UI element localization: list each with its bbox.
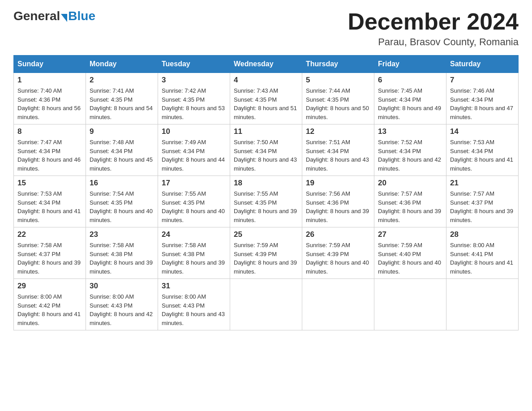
weekday-header-friday: Friday	[374, 56, 446, 73]
day-info: Sunrise: 7:48 AMSunset: 4:34 PMDaylight:…	[90, 139, 153, 172]
calendar-cell: 27Sunrise: 7:59 AMSunset: 4:40 PMDayligh…	[374, 227, 446, 279]
calendar-cell: 13Sunrise: 7:52 AMSunset: 4:34 PMDayligh…	[374, 124, 446, 176]
calendar-cell: 22Sunrise: 7:58 AMSunset: 4:37 PMDayligh…	[14, 227, 86, 279]
logo-blue-text: Blue	[68, 9, 95, 23]
calendar-cell: 19Sunrise: 7:56 AMSunset: 4:36 PMDayligh…	[302, 176, 374, 227]
calendar-cell	[446, 279, 519, 330]
day-number: 10	[162, 127, 226, 136]
calendar-cell: 8Sunrise: 7:47 AMSunset: 4:34 PMDaylight…	[14, 124, 86, 176]
calendar-week-row: 29Sunrise: 8:00 AMSunset: 4:42 PMDayligh…	[14, 279, 519, 330]
day-number: 19	[306, 179, 370, 188]
page-header: General Blue December 2024 Parau, Brasov…	[13, 9, 519, 48]
day-info: Sunrise: 7:54 AMSunset: 4:35 PMDaylight:…	[90, 190, 153, 223]
calendar-cell	[230, 279, 302, 330]
day-info: Sunrise: 7:40 AMSunset: 4:36 PMDaylight:…	[17, 87, 81, 120]
day-info: Sunrise: 7:51 AMSunset: 4:34 PMDaylight:…	[306, 139, 369, 172]
day-number: 3	[162, 76, 226, 85]
day-number: 28	[450, 230, 515, 239]
weekday-header-saturday: Saturday	[446, 56, 519, 73]
day-info: Sunrise: 7:55 AMSunset: 4:35 PMDaylight:…	[162, 190, 225, 223]
title-block: December 2024 Parau, Brasov County, Roma…	[348, 9, 519, 48]
calendar-cell: 24Sunrise: 7:58 AMSunset: 4:38 PMDayligh…	[158, 227, 230, 279]
weekday-header-monday: Monday	[86, 56, 158, 73]
logo-arrow-icon	[61, 14, 67, 22]
day-number: 5	[306, 76, 370, 85]
weekday-header-row: SundayMondayTuesdayWednesdayThursdayFrid…	[14, 56, 519, 73]
day-info: Sunrise: 7:53 AMSunset: 4:34 PMDaylight:…	[17, 190, 81, 223]
day-number: 4	[234, 76, 298, 85]
calendar-cell: 18Sunrise: 7:55 AMSunset: 4:35 PMDayligh…	[230, 176, 302, 227]
weekday-header-thursday: Thursday	[302, 56, 374, 73]
day-info: Sunrise: 7:58 AMSunset: 4:38 PMDaylight:…	[90, 242, 153, 275]
weekday-header-wednesday: Wednesday	[230, 56, 302, 73]
calendar-cell: 11Sunrise: 7:50 AMSunset: 4:34 PMDayligh…	[230, 124, 302, 176]
day-number: 27	[378, 230, 442, 239]
calendar-cell: 1Sunrise: 7:40 AMSunset: 4:36 PMDaylight…	[14, 73, 86, 124]
day-info: Sunrise: 7:59 AMSunset: 4:39 PMDaylight:…	[306, 242, 369, 275]
weekday-header-tuesday: Tuesday	[158, 56, 230, 73]
calendar-cell: 7Sunrise: 7:46 AMSunset: 4:34 PMDaylight…	[446, 73, 519, 124]
calendar-cell: 16Sunrise: 7:54 AMSunset: 4:35 PMDayligh…	[86, 176, 158, 227]
calendar-table: SundayMondayTuesdayWednesdayThursdayFrid…	[13, 55, 519, 330]
day-number: 2	[90, 76, 154, 85]
day-info: Sunrise: 8:00 AMSunset: 4:43 PMDaylight:…	[162, 293, 225, 326]
calendar-cell: 4Sunrise: 7:43 AMSunset: 4:35 PMDaylight…	[230, 73, 302, 124]
weekday-header-sunday: Sunday	[14, 56, 86, 73]
day-number: 18	[234, 179, 298, 188]
calendar-week-row: 15Sunrise: 7:53 AMSunset: 4:34 PMDayligh…	[14, 176, 519, 227]
day-info: Sunrise: 8:00 AMSunset: 4:43 PMDaylight:…	[90, 293, 153, 326]
calendar-cell	[302, 279, 374, 330]
day-info: Sunrise: 7:57 AMSunset: 4:36 PMDaylight:…	[378, 190, 441, 223]
day-number: 23	[90, 230, 154, 239]
day-number: 11	[234, 127, 298, 136]
day-number: 7	[450, 76, 515, 85]
calendar-cell: 12Sunrise: 7:51 AMSunset: 4:34 PMDayligh…	[302, 124, 374, 176]
calendar-cell: 23Sunrise: 7:58 AMSunset: 4:38 PMDayligh…	[86, 227, 158, 279]
logo-general-text: General	[13, 9, 60, 23]
calendar-cell: 3Sunrise: 7:42 AMSunset: 4:35 PMDaylight…	[158, 73, 230, 124]
calendar-cell: 30Sunrise: 8:00 AMSunset: 4:43 PMDayligh…	[86, 279, 158, 330]
calendar-week-row: 22Sunrise: 7:58 AMSunset: 4:37 PMDayligh…	[14, 227, 519, 279]
calendar-cell: 20Sunrise: 7:57 AMSunset: 4:36 PMDayligh…	[374, 176, 446, 227]
day-info: Sunrise: 7:56 AMSunset: 4:36 PMDaylight:…	[306, 190, 369, 223]
day-info: Sunrise: 7:49 AMSunset: 4:34 PMDaylight:…	[162, 139, 225, 172]
day-info: Sunrise: 7:59 AMSunset: 4:39 PMDaylight:…	[234, 242, 297, 275]
day-info: Sunrise: 8:00 AMSunset: 4:42 PMDaylight:…	[17, 293, 81, 326]
calendar-cell: 10Sunrise: 7:49 AMSunset: 4:34 PMDayligh…	[158, 124, 230, 176]
day-info: Sunrise: 7:44 AMSunset: 4:35 PMDaylight:…	[306, 87, 369, 120]
day-number: 20	[378, 179, 442, 188]
calendar-cell: 25Sunrise: 7:59 AMSunset: 4:39 PMDayligh…	[230, 227, 302, 279]
day-info: Sunrise: 7:53 AMSunset: 4:34 PMDaylight:…	[450, 139, 513, 172]
day-number: 17	[162, 179, 226, 188]
calendar-cell: 31Sunrise: 8:00 AMSunset: 4:43 PMDayligh…	[158, 279, 230, 330]
calendar-cell: 17Sunrise: 7:55 AMSunset: 4:35 PMDayligh…	[158, 176, 230, 227]
day-number: 21	[450, 179, 515, 188]
calendar-cell	[374, 279, 446, 330]
day-number: 31	[162, 282, 226, 291]
day-info: Sunrise: 7:47 AMSunset: 4:34 PMDaylight:…	[17, 139, 81, 172]
day-info: Sunrise: 7:59 AMSunset: 4:40 PMDaylight:…	[378, 242, 441, 275]
day-number: 6	[378, 76, 442, 85]
calendar-cell: 26Sunrise: 7:59 AMSunset: 4:39 PMDayligh…	[302, 227, 374, 279]
day-number: 16	[90, 179, 154, 188]
day-info: Sunrise: 7:41 AMSunset: 4:35 PMDaylight:…	[90, 87, 153, 120]
day-number: 24	[162, 230, 226, 239]
day-number: 9	[90, 127, 154, 136]
day-info: Sunrise: 7:45 AMSunset: 4:34 PMDaylight:…	[378, 87, 441, 120]
day-number: 29	[17, 282, 82, 291]
day-number: 13	[378, 127, 442, 136]
day-info: Sunrise: 7:55 AMSunset: 4:35 PMDaylight:…	[234, 190, 297, 223]
calendar-cell: 21Sunrise: 7:57 AMSunset: 4:37 PMDayligh…	[446, 176, 519, 227]
day-info: Sunrise: 7:57 AMSunset: 4:37 PMDaylight:…	[450, 190, 513, 223]
day-number: 25	[234, 230, 298, 239]
day-number: 15	[17, 179, 82, 188]
logo: General Blue	[13, 9, 95, 23]
calendar-week-row: 1Sunrise: 7:40 AMSunset: 4:36 PMDaylight…	[14, 73, 519, 124]
calendar-cell: 9Sunrise: 7:48 AMSunset: 4:34 PMDaylight…	[86, 124, 158, 176]
calendar-cell: 14Sunrise: 7:53 AMSunset: 4:34 PMDayligh…	[446, 124, 519, 176]
day-info: Sunrise: 7:58 AMSunset: 4:37 PMDaylight:…	[17, 242, 81, 275]
calendar-cell: 5Sunrise: 7:44 AMSunset: 4:35 PMDaylight…	[302, 73, 374, 124]
day-info: Sunrise: 7:46 AMSunset: 4:34 PMDaylight:…	[450, 87, 513, 120]
calendar-cell: 28Sunrise: 8:00 AMSunset: 4:41 PMDayligh…	[446, 227, 519, 279]
day-number: 12	[306, 127, 370, 136]
